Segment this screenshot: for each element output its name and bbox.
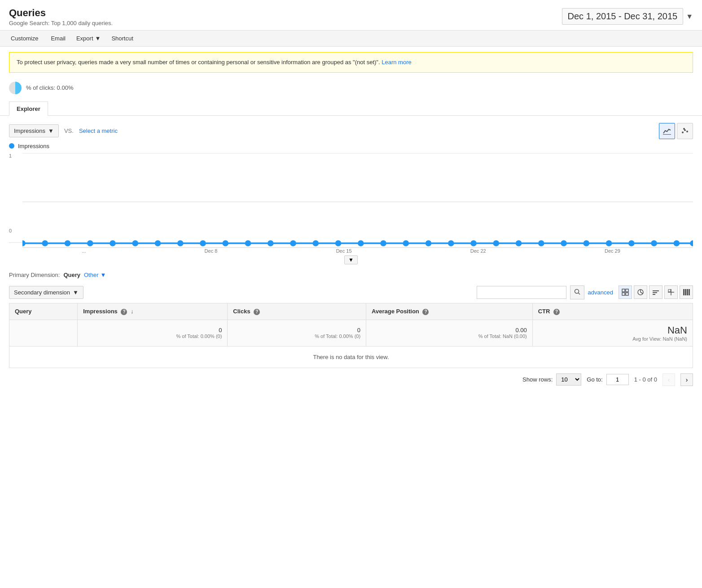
clicks-help-icon[interactable]: ? [254,309,260,315]
grid-view-icon [622,289,629,296]
comparison-view-button[interactable] [649,285,663,299]
svg-point-16 [200,240,206,246]
svg-point-31 [538,240,544,246]
chart-scroll-button[interactable]: ▼ [344,255,358,264]
svg-point-15 [177,240,184,246]
pivot-view-button[interactable] [664,285,678,299]
pie-label: % of clicks: 0.00% [26,84,74,91]
svg-rect-43 [622,293,625,295]
email-button[interactable]: Email [49,34,67,43]
pie-view-button[interactable] [634,285,647,299]
explorer-tab[interactable]: Explorer [9,101,48,116]
svg-point-22 [335,240,342,246]
svg-rect-56 [687,289,688,295]
svg-rect-57 [689,289,690,295]
next-page-button[interactable]: › [680,373,693,386]
chart-container: 1 0 [9,153,693,243]
impressions-help-icon[interactable]: ? [121,309,127,315]
svg-point-18 [245,240,251,246]
col-query-label: Query [15,308,32,315]
svg-point-26 [426,240,432,246]
col-clicks-label: Clicks [233,308,250,315]
svg-point-36 [651,240,657,246]
chart-type-icons [659,123,693,139]
pagination: Show rows: 10 25 50 100 Go to: 1 - 0 of … [0,368,702,391]
svg-point-29 [493,240,500,246]
search-box: advanced [477,285,613,299]
svg-point-12 [110,240,116,246]
notice-text: To protect user privacy, queries made a … [17,59,380,66]
other-dim-link[interactable]: Other ▼ [84,272,106,278]
summary-clicks-pct: % of Total: 0.00% (0) [233,333,360,339]
svg-point-10 [65,240,71,246]
line-chart-button[interactable] [659,123,675,139]
select-metric-link[interactable]: Select a metric [79,127,118,134]
no-data-cell: There is no data for this view. [9,346,693,368]
metric-select-arrow-icon: ▼ [48,127,54,134]
grid-view-button[interactable] [619,285,632,299]
date-range-picker[interactable]: Dec 1, 2015 - Dec 31, 2015 ▼ [562,8,693,25]
customize-button[interactable]: Customize [9,34,40,43]
no-data-row: There is no data for this view. [9,346,693,368]
metric-select[interactable]: Impressions ▼ [9,124,59,137]
col-header-clicks[interactable]: Clicks ? [228,303,366,320]
col-header-impressions[interactable]: Impressions ? ↓ [78,303,228,320]
show-rows: Show rows: 10 25 50 100 [522,373,581,386]
summary-avg-position-value: 0.00 [372,327,527,333]
svg-point-28 [470,240,477,246]
legend-dot-impressions [9,143,14,149]
table-header-row: Query Impressions ? ↓ Clicks ? Average P… [9,303,693,320]
secondary-dim-label: Secondary dimension [14,289,70,296]
other-dim-chevron-icon: ▼ [101,272,106,278]
summary-clicks-value: 0 [233,327,360,333]
scatter-chart-icon [681,127,689,135]
secondary-dimension-button[interactable]: Secondary dimension ▼ [9,286,83,299]
summary-impressions-cell: 0 % of Total: 0.00% (0) [78,320,228,346]
chart-svg [22,153,693,250]
svg-point-27 [448,240,454,246]
advanced-link[interactable]: advanced [588,289,613,296]
svg-point-34 [606,240,612,246]
svg-point-8 [22,240,26,246]
svg-point-13 [132,240,138,246]
rows-select[interactable]: 10 25 50 100 [556,373,581,386]
svg-rect-50 [653,294,655,295]
col-header-query[interactable]: Query [9,303,78,320]
learn-more-link[interactable]: Learn more [382,59,411,66]
goto: Go to: [587,374,628,385]
summary-impressions-value: 0 [83,327,222,333]
explorer-tab-bar: Explorer [0,101,702,116]
chart-controls: Impressions ▼ VS. Select a metric [0,116,702,143]
pie-chart-icon [9,82,22,94]
date-range-chevron-icon: ▼ [686,13,693,21]
page-range: 1 - 0 of 0 [634,376,657,383]
export-label: Export [76,35,93,42]
ctr-help-icon[interactable]: ? [553,309,560,315]
svg-point-11 [87,240,93,246]
toolbar: Customize Email Export ▼ Shortcut [0,30,702,47]
prev-page-button[interactable]: ‹ [663,373,675,386]
secondary-dim-arrow-icon: ▼ [73,289,79,296]
search-button[interactable] [570,285,584,299]
metric-select-label: Impressions [14,127,45,134]
svg-point-1 [682,132,684,133]
svg-line-40 [578,293,580,294]
col-header-avg-position[interactable]: Average Position ? [366,303,533,320]
pie-section: % of clicks: 0.00% [0,78,702,98]
svg-point-25 [403,240,409,246]
avg-position-help-icon[interactable]: ? [422,309,429,315]
primary-dim-label: Primary Dimension: [9,272,60,278]
svg-rect-41 [622,289,625,292]
date-range-text: Dec 1, 2015 - Dec 31, 2015 [562,8,684,25]
custom-view-button[interactable] [680,285,693,299]
vs-text: VS. [64,127,74,134]
svg-point-37 [674,240,680,246]
scatter-chart-button[interactable] [677,123,693,139]
legend-label-impressions: Impressions [18,143,49,149]
shortcut-button[interactable]: Shortcut [110,34,135,43]
svg-point-14 [155,240,161,246]
goto-input[interactable] [606,374,629,385]
col-header-ctr[interactable]: CTR ? [532,303,693,320]
search-input[interactable] [477,286,566,299]
export-button[interactable]: Export ▼ [76,35,101,42]
